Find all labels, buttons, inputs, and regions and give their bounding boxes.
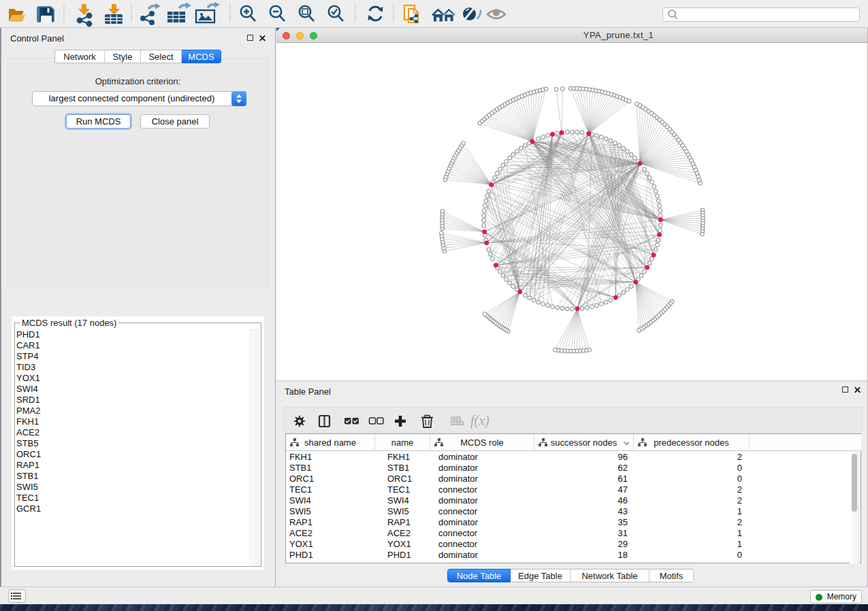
svg-text:f(x): f(x) — [470, 413, 489, 429]
